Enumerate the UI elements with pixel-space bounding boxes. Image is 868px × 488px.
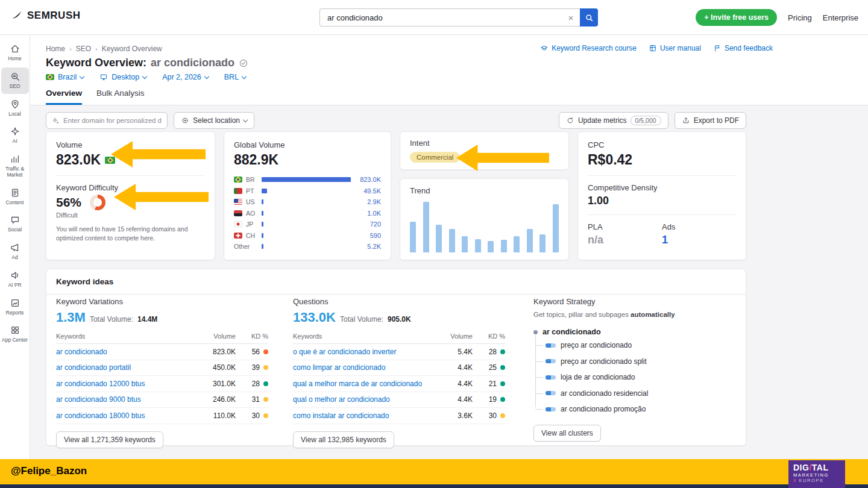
keyword-difficulty-level: Difficult bbox=[56, 211, 205, 219]
user-manual-link[interactable]: User manual bbox=[649, 44, 701, 52]
topbar-right-actions: + Invite free users Pricing Enterprise bbox=[696, 0, 858, 35]
strategy-cluster[interactable]: loja de ar condicionado bbox=[535, 369, 740, 386]
global-volume-row: JP 720 bbox=[234, 219, 381, 230]
strategy-cluster[interactable]: ar condicionado residencial bbox=[535, 386, 740, 402]
enterprise-link[interactable]: Enterprise bbox=[823, 13, 858, 22]
sidebar-item-label: Traffic & Market bbox=[1, 166, 29, 178]
semrush-logo[interactable]: SEMRUSH bbox=[11, 10, 81, 22]
country-code: PT bbox=[246, 187, 258, 195]
keyword-filters: Brazil Desktop Apr 2, 2026 BRL bbox=[46, 73, 246, 81]
keyword-link[interactable]: qual o melhor ar condicionado bbox=[293, 395, 438, 404]
table-row: ar condicionado 12000 btus 301.0K 28 bbox=[56, 376, 268, 392]
questions-label: Questions bbox=[293, 297, 505, 306]
keyword-difficulty-value: 56% bbox=[56, 195, 81, 210]
kd-dot bbox=[263, 397, 268, 402]
keyword-research-course-link[interactable]: Keyword Research course bbox=[540, 44, 637, 52]
sidebar-item-reports[interactable]: Reports bbox=[1, 294, 29, 321]
breadcrumb-seo[interactable]: SEO bbox=[76, 45, 91, 53]
us-flag-icon bbox=[234, 199, 242, 205]
sidebar-item-ai[interactable]: AI bbox=[1, 122, 29, 149]
chevron-down-icon bbox=[242, 74, 247, 78]
select-location-button[interactable]: Select location bbox=[174, 112, 254, 129]
send-feedback-link[interactable]: Send feedback bbox=[713, 44, 773, 52]
ads-label: Ads bbox=[662, 222, 736, 231]
keyword-link[interactable]: ar condicionado 18000 btus bbox=[56, 411, 201, 420]
view-all-questions-button[interactable]: View all 132,985 keywords bbox=[293, 431, 394, 448]
cluster-bar-icon bbox=[546, 359, 556, 363]
trend-bar bbox=[553, 204, 559, 252]
keyword-link[interactable]: o que é ar condicionado inverter bbox=[293, 348, 438, 356]
volume-cell: 301.0K bbox=[201, 380, 236, 388]
jp-flag-icon bbox=[234, 221, 242, 227]
strategy-cluster-tree: preço ar condicionado preço ar condicion… bbox=[535, 337, 740, 418]
pricing-link[interactable]: Pricing bbox=[788, 13, 812, 22]
strategy-cluster[interactable]: ar condicionado promoção bbox=[535, 401, 740, 418]
variations-count[interactable]: 1.3M bbox=[56, 310, 86, 325]
table-row: ar condicionado 18000 btus 110.0K 30 bbox=[56, 408, 268, 424]
global-volume-row: Other 5.2K bbox=[234, 241, 381, 252]
volume-cell: 3.6K bbox=[438, 411, 473, 420]
domain-input[interactable] bbox=[46, 112, 168, 129]
global-volume-label: Global Volume bbox=[234, 140, 381, 149]
date-filter[interactable]: Apr 2, 2026 bbox=[162, 73, 209, 81]
country-volume: 590 bbox=[354, 232, 381, 239]
breadcrumb-home[interactable]: Home bbox=[46, 45, 65, 53]
digital-marketing-europe-logo: DIG/TAL MARKETING # EUROPE bbox=[788, 460, 845, 488]
strategy-cluster[interactable]: preço ar condicionado bbox=[535, 337, 740, 354]
breadcrumb: Home › SEO › Keyword Overview bbox=[46, 45, 162, 53]
view-all-clusters-button[interactable]: View all clusters bbox=[533, 425, 601, 442]
sidebar-item-social[interactable]: Social bbox=[1, 211, 29, 237]
keyword-link[interactable]: como limpar ar condicionado bbox=[293, 363, 438, 372]
chevron-down-icon bbox=[80, 74, 84, 78]
global-volume-row: CH 590 bbox=[234, 230, 381, 242]
kd-cell: 30 bbox=[252, 411, 260, 420]
tab-bulk-analysis[interactable]: Bulk Analysis bbox=[96, 89, 145, 105]
strategy-cluster[interactable]: preço ar condicionado split bbox=[535, 354, 740, 370]
sidebar-item-app-center[interactable]: App Center bbox=[1, 321, 29, 348]
country-volume: 5.2K bbox=[354, 243, 381, 250]
breadcrumb-separator: › bbox=[69, 45, 72, 52]
global-volume-card: Global Volume 882.9K BR 823.0K PT 49.5K … bbox=[224, 131, 391, 260]
country-volume: 49.5K bbox=[354, 187, 381, 195]
kd-cell: 19 bbox=[489, 395, 497, 404]
update-metrics-button[interactable]: Update metrics 0/5,000 bbox=[559, 112, 668, 129]
currency-filter[interactable]: BRL bbox=[224, 73, 246, 81]
sidebar-item-local[interactable]: Local bbox=[1, 95, 29, 122]
search-input[interactable] bbox=[319, 8, 580, 27]
questions-count[interactable]: 133.0K bbox=[293, 310, 336, 325]
keyword-link[interactable]: como instalar ar condicionado bbox=[293, 411, 438, 420]
footer-navy-strip bbox=[0, 484, 868, 488]
app-sidebar: Home SEO Local AI Traffic & Market Conte… bbox=[0, 35, 30, 459]
sidebar-item-ad[interactable]: Ad bbox=[1, 239, 29, 265]
search-button[interactable] bbox=[580, 8, 598, 27]
link-label: Keyword Research course bbox=[552, 44, 637, 52]
sidebar-item-home[interactable]: Home bbox=[1, 40, 29, 66]
keyword-link[interactable]: qual a melhor marca de ar condicionado bbox=[293, 380, 438, 388]
sidebar-item-content[interactable]: Content bbox=[1, 184, 29, 210]
global-volume-breakdown: BR 823.0K PT 49.5K US 2.9K AO 1.0K bbox=[234, 174, 381, 252]
sparkle-icon bbox=[52, 117, 60, 125]
country-filter[interactable]: Brazil bbox=[46, 73, 84, 81]
keyword-link[interactable]: ar condicionado 9000 btus bbox=[56, 395, 201, 404]
keyword-link[interactable]: ar condicionado bbox=[56, 348, 201, 356]
domain-input-field[interactable] bbox=[63, 117, 162, 124]
sidebar-item-ai-pr[interactable]: AI PR bbox=[1, 266, 29, 293]
export-pdf-button[interactable]: Export to PDF bbox=[675, 112, 746, 129]
strategy-root-keyword[interactable]: ar condicionado bbox=[533, 328, 740, 336]
tab-overview[interactable]: Overview bbox=[46, 89, 82, 105]
invite-free-users-button[interactable]: + Invite free users bbox=[696, 9, 777, 26]
sidebar-item-traffic-market[interactable]: Traffic & Market bbox=[1, 150, 29, 183]
page-title: Keyword Overview: ar condicionado bbox=[46, 57, 248, 69]
country-bar bbox=[262, 211, 263, 216]
keyword-link[interactable]: ar condicionado 12000 btus bbox=[56, 380, 201, 388]
intent-badge[interactable]: Commercial bbox=[410, 152, 460, 163]
sidebar-item-seo[interactable]: SEO bbox=[1, 67, 29, 94]
competitive-density-label: Competitive Density bbox=[588, 183, 736, 192]
device-filter[interactable]: Desktop bbox=[99, 73, 146, 81]
document-icon bbox=[10, 187, 20, 198]
sidebar-item-label: Social bbox=[8, 227, 22, 233]
kd-cell: 28 bbox=[252, 380, 260, 388]
clear-search-button[interactable]: × bbox=[564, 11, 577, 24]
keyword-link[interactable]: ar condicionado portatil bbox=[56, 363, 201, 372]
view-all-variations-button[interactable]: View all 1,271,359 keywords bbox=[56, 431, 163, 448]
